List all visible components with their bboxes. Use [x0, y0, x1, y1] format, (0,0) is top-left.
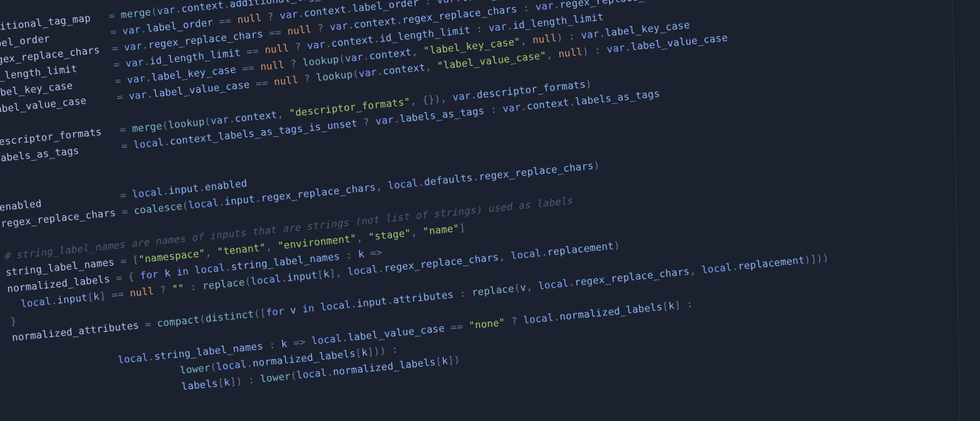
code-editor[interactable]: 55 56 57 5 6 65 66 67 68 69 70 71 72 73 … [0, 0, 980, 416]
tilted-code-surface: 55 56 57 5 6 65 66 67 68 69 70 71 72 73 … [0, 0, 980, 416]
code-area[interactable]: stage = var.stage == nu name = var.name … [0, 0, 836, 412]
code-editor-viewport: 55 56 57 5 6 65 66 67 68 69 70 71 72 73 … [0, 0, 980, 421]
